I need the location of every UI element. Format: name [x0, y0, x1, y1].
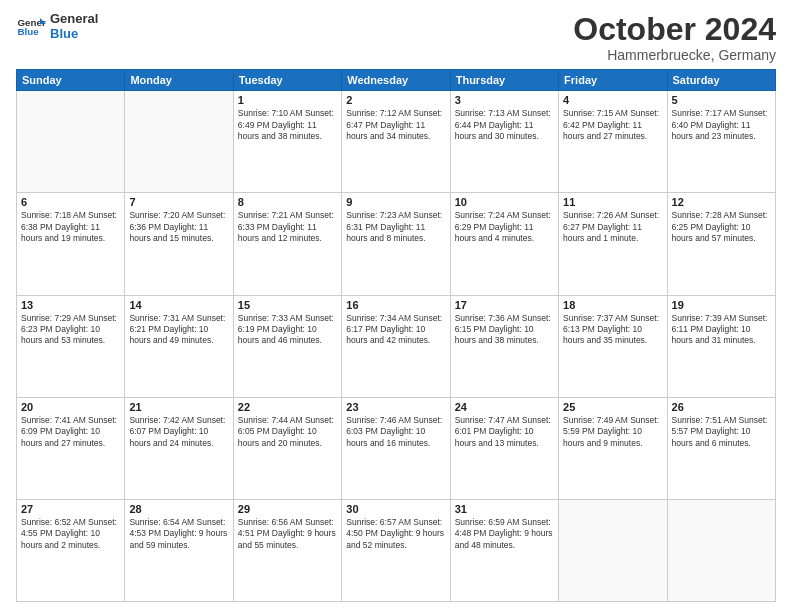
day-info: Sunrise: 7:51 AM Sunset: 5:57 PM Dayligh… [672, 415, 771, 449]
day-info: Sunrise: 7:18 AM Sunset: 6:38 PM Dayligh… [21, 210, 120, 244]
calendar-cell [125, 91, 233, 193]
day-number: 27 [21, 503, 120, 515]
calendar-cell: 10Sunrise: 7:24 AM Sunset: 6:29 PM Dayli… [450, 193, 558, 295]
calendar-cell: 6Sunrise: 7:18 AM Sunset: 6:38 PM Daylig… [17, 193, 125, 295]
day-number: 25 [563, 401, 662, 413]
day-number: 31 [455, 503, 554, 515]
day-info: Sunrise: 7:36 AM Sunset: 6:15 PM Dayligh… [455, 313, 554, 347]
day-number: 9 [346, 196, 445, 208]
day-info: Sunrise: 7:42 AM Sunset: 6:07 PM Dayligh… [129, 415, 228, 449]
day-info: Sunrise: 6:54 AM Sunset: 4:53 PM Dayligh… [129, 517, 228, 551]
day-number: 13 [21, 299, 120, 311]
weekday-header-friday: Friday [559, 70, 667, 91]
logo: General Blue General Blue [16, 12, 98, 42]
calendar-title-block: October 2024 Hammerbruecke, Germany [573, 12, 776, 63]
day-info: Sunrise: 7:26 AM Sunset: 6:27 PM Dayligh… [563, 210, 662, 244]
day-number: 8 [238, 196, 337, 208]
day-info: Sunrise: 7:20 AM Sunset: 6:36 PM Dayligh… [129, 210, 228, 244]
day-info: Sunrise: 7:34 AM Sunset: 6:17 PM Dayligh… [346, 313, 445, 347]
day-info: Sunrise: 7:10 AM Sunset: 6:49 PM Dayligh… [238, 108, 337, 142]
weekday-header-wednesday: Wednesday [342, 70, 450, 91]
weekday-header-thursday: Thursday [450, 70, 558, 91]
day-number: 26 [672, 401, 771, 413]
day-number: 4 [563, 94, 662, 106]
calendar-cell: 16Sunrise: 7:34 AM Sunset: 6:17 PM Dayli… [342, 295, 450, 397]
day-info: Sunrise: 7:28 AM Sunset: 6:25 PM Dayligh… [672, 210, 771, 244]
calendar-cell: 2Sunrise: 7:12 AM Sunset: 6:47 PM Daylig… [342, 91, 450, 193]
calendar-cell: 5Sunrise: 7:17 AM Sunset: 6:40 PM Daylig… [667, 91, 775, 193]
weekday-header-monday: Monday [125, 70, 233, 91]
day-number: 19 [672, 299, 771, 311]
day-info: Sunrise: 7:31 AM Sunset: 6:21 PM Dayligh… [129, 313, 228, 347]
svg-text:Blue: Blue [18, 26, 40, 37]
calendar-cell: 19Sunrise: 7:39 AM Sunset: 6:11 PM Dayli… [667, 295, 775, 397]
calendar-table: SundayMondayTuesdayWednesdayThursdayFrid… [16, 69, 776, 602]
day-number: 23 [346, 401, 445, 413]
day-info: Sunrise: 7:39 AM Sunset: 6:11 PM Dayligh… [672, 313, 771, 347]
calendar-cell: 29Sunrise: 6:56 AM Sunset: 4:51 PM Dayli… [233, 499, 341, 601]
calendar-cell: 14Sunrise: 7:31 AM Sunset: 6:21 PM Dayli… [125, 295, 233, 397]
day-info: Sunrise: 6:59 AM Sunset: 4:48 PM Dayligh… [455, 517, 554, 551]
logo-text-line2: Blue [50, 27, 98, 42]
day-number: 5 [672, 94, 771, 106]
month-title: October 2024 [573, 12, 776, 47]
location-title: Hammerbruecke, Germany [573, 47, 776, 63]
day-number: 14 [129, 299, 228, 311]
calendar-cell: 31Sunrise: 6:59 AM Sunset: 4:48 PM Dayli… [450, 499, 558, 601]
day-info: Sunrise: 6:56 AM Sunset: 4:51 PM Dayligh… [238, 517, 337, 551]
calendar-cell: 7Sunrise: 7:20 AM Sunset: 6:36 PM Daylig… [125, 193, 233, 295]
calendar-cell: 12Sunrise: 7:28 AM Sunset: 6:25 PM Dayli… [667, 193, 775, 295]
day-info: Sunrise: 7:44 AM Sunset: 6:05 PM Dayligh… [238, 415, 337, 449]
day-info: Sunrise: 7:23 AM Sunset: 6:31 PM Dayligh… [346, 210, 445, 244]
day-number: 18 [563, 299, 662, 311]
calendar-cell [667, 499, 775, 601]
day-number: 21 [129, 401, 228, 413]
calendar-week-row: 27Sunrise: 6:52 AM Sunset: 4:55 PM Dayli… [17, 499, 776, 601]
calendar-cell: 27Sunrise: 6:52 AM Sunset: 4:55 PM Dayli… [17, 499, 125, 601]
day-number: 3 [455, 94, 554, 106]
day-number: 11 [563, 196, 662, 208]
weekday-row: SundayMondayTuesdayWednesdayThursdayFrid… [17, 70, 776, 91]
calendar-cell: 22Sunrise: 7:44 AM Sunset: 6:05 PM Dayli… [233, 397, 341, 499]
day-number: 7 [129, 196, 228, 208]
day-info: Sunrise: 7:46 AM Sunset: 6:03 PM Dayligh… [346, 415, 445, 449]
weekday-header-sunday: Sunday [17, 70, 125, 91]
day-number: 29 [238, 503, 337, 515]
day-info: Sunrise: 7:49 AM Sunset: 5:59 PM Dayligh… [563, 415, 662, 449]
day-info: Sunrise: 6:57 AM Sunset: 4:50 PM Dayligh… [346, 517, 445, 551]
calendar-cell: 28Sunrise: 6:54 AM Sunset: 4:53 PM Dayli… [125, 499, 233, 601]
day-info: Sunrise: 7:24 AM Sunset: 6:29 PM Dayligh… [455, 210, 554, 244]
day-number: 15 [238, 299, 337, 311]
calendar-header: SundayMondayTuesdayWednesdayThursdayFrid… [17, 70, 776, 91]
day-info: Sunrise: 7:37 AM Sunset: 6:13 PM Dayligh… [563, 313, 662, 347]
day-number: 16 [346, 299, 445, 311]
calendar-cell: 26Sunrise: 7:51 AM Sunset: 5:57 PM Dayli… [667, 397, 775, 499]
calendar-week-row: 1Sunrise: 7:10 AM Sunset: 6:49 PM Daylig… [17, 91, 776, 193]
day-number: 10 [455, 196, 554, 208]
day-info: Sunrise: 7:41 AM Sunset: 6:09 PM Dayligh… [21, 415, 120, 449]
day-number: 28 [129, 503, 228, 515]
day-number: 17 [455, 299, 554, 311]
day-info: Sunrise: 7:29 AM Sunset: 6:23 PM Dayligh… [21, 313, 120, 347]
logo-icon: General Blue [16, 12, 46, 42]
day-number: 20 [21, 401, 120, 413]
calendar-cell: 30Sunrise: 6:57 AM Sunset: 4:50 PM Dayli… [342, 499, 450, 601]
day-info: Sunrise: 7:13 AM Sunset: 6:44 PM Dayligh… [455, 108, 554, 142]
day-number: 6 [21, 196, 120, 208]
calendar-week-row: 6Sunrise: 7:18 AM Sunset: 6:38 PM Daylig… [17, 193, 776, 295]
calendar-cell: 23Sunrise: 7:46 AM Sunset: 6:03 PM Dayli… [342, 397, 450, 499]
calendar-cell: 11Sunrise: 7:26 AM Sunset: 6:27 PM Dayli… [559, 193, 667, 295]
day-number: 2 [346, 94, 445, 106]
calendar-cell: 13Sunrise: 7:29 AM Sunset: 6:23 PM Dayli… [17, 295, 125, 397]
day-info: Sunrise: 7:12 AM Sunset: 6:47 PM Dayligh… [346, 108, 445, 142]
day-info: Sunrise: 7:47 AM Sunset: 6:01 PM Dayligh… [455, 415, 554, 449]
page-header: General Blue General Blue October 2024 H… [16, 12, 776, 63]
calendar-cell: 20Sunrise: 7:41 AM Sunset: 6:09 PM Dayli… [17, 397, 125, 499]
day-number: 22 [238, 401, 337, 413]
calendar-cell: 15Sunrise: 7:33 AM Sunset: 6:19 PM Dayli… [233, 295, 341, 397]
calendar-week-row: 20Sunrise: 7:41 AM Sunset: 6:09 PM Dayli… [17, 397, 776, 499]
day-info: Sunrise: 7:21 AM Sunset: 6:33 PM Dayligh… [238, 210, 337, 244]
calendar-cell: 25Sunrise: 7:49 AM Sunset: 5:59 PM Dayli… [559, 397, 667, 499]
day-number: 30 [346, 503, 445, 515]
weekday-header-saturday: Saturday [667, 70, 775, 91]
